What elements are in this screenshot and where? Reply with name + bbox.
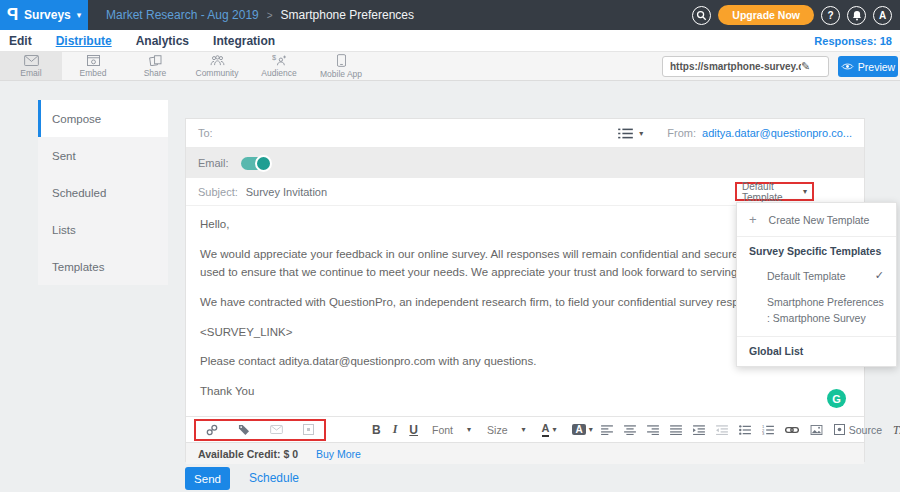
survey-nav: Edit Distribute Analytics Integration Re… — [0, 30, 900, 52]
font-caret-icon: ▾ — [467, 425, 471, 434]
subject-value[interactable]: Survey Invitation — [246, 186, 327, 198]
channel-tab-mobile-app[interactable]: Mobile App — [310, 52, 372, 80]
menu-item-default-template[interactable]: Default Template ✓ — [737, 263, 896, 289]
font-select[interactable]: Font ▾ — [432, 424, 471, 436]
breadcrumb-separator: > — [267, 10, 273, 21]
to-row: To: ▾ From: aditya.datar@questionpro.co.… — [186, 119, 864, 148]
product-name: Surveys — [24, 8, 71, 22]
size-select[interactable]: Size ▾ — [487, 424, 525, 436]
top-bar: P Surveys ▾ Market Research - Aug 2019 >… — [0, 0, 900, 30]
tab-integration[interactable]: Integration — [213, 34, 275, 48]
underline-button[interactable]: U — [409, 423, 418, 437]
unsubscribe-email-icon[interactable] — [270, 425, 283, 434]
email-toggle-switch[interactable] — [241, 157, 271, 170]
channel-tab-share[interactable]: Share — [124, 52, 186, 80]
check-icon: ✓ — [875, 269, 884, 282]
align-right-icon[interactable] — [647, 425, 659, 435]
tab-edit[interactable]: Edit — [9, 34, 32, 48]
italic-button[interactable]: I — [393, 422, 398, 437]
bell-icon — [852, 10, 862, 21]
size-caret-icon: ▾ — [521, 425, 525, 434]
mobile-icon — [337, 54, 346, 67]
sidebar-item-sent[interactable]: Sent — [38, 137, 168, 174]
email-toggle-label: Email: — [198, 157, 229, 169]
eye-icon — [841, 62, 854, 71]
breadcrumb: Market Research - Aug 2019 > Smartphone … — [106, 8, 414, 22]
community-icon — [210, 55, 225, 66]
merge-tag-icon[interactable] — [238, 424, 250, 435]
surveys-menu[interactable]: P Surveys ▾ — [0, 0, 88, 30]
source-icon — [834, 424, 845, 435]
channel-tab-embed[interactable]: Embed — [62, 52, 124, 80]
search-icon — [696, 10, 707, 21]
hyperlink-icon[interactable] — [785, 426, 799, 434]
numbered-list-icon[interactable]: 123 — [762, 425, 774, 435]
embed-survey-icon[interactable] — [303, 424, 314, 435]
sidebar-item-scheduled[interactable]: Scheduled — [38, 174, 168, 211]
svg-text:$: $ — [272, 54, 276, 62]
upgrade-now-button[interactable]: Upgrade Now — [718, 5, 814, 25]
channel-tab-email[interactable]: Email — [0, 52, 62, 80]
indent-icon[interactable] — [693, 425, 705, 435]
menu-section-survey-specific: Survey Specific Templates — [737, 237, 896, 263]
body-paragraph: Thank You — [200, 383, 850, 400]
align-left-icon[interactable] — [601, 425, 613, 435]
audience-icon: $ — [272, 54, 287, 66]
list-caret-icon[interactable]: ▾ — [639, 129, 643, 138]
source-button[interactable]: Source — [834, 424, 882, 436]
channel-tab-audience[interactable]: $ Audience — [248, 52, 310, 80]
from-email-value[interactable]: aditya.datar@questionpro.co... — [702, 127, 852, 139]
toggle-knob — [255, 155, 272, 172]
grammarly-icon[interactable]: G — [827, 389, 846, 408]
bg-color-button[interactable]: A ▾ — [572, 424, 592, 435]
survey-url-field: ✎ — [662, 56, 829, 77]
insert-link-icon[interactable] — [206, 424, 218, 436]
svg-text:3: 3 — [762, 431, 765, 435]
sidebar-item-templates[interactable]: Templates — [38, 248, 168, 285]
menu-item-create-new-template[interactable]: + Create New Template — [737, 203, 896, 237]
buy-more-link[interactable]: Buy More — [316, 448, 361, 460]
remove-format-button[interactable]: Tx — [893, 424, 900, 436]
send-button[interactable]: Send — [185, 467, 230, 490]
from-label: From: — [667, 127, 696, 139]
sidebar-item-compose[interactable]: Compose — [38, 100, 168, 137]
contact-list-icon[interactable] — [618, 128, 633, 139]
help-button[interactable]: ? — [821, 6, 840, 25]
justify-icon[interactable] — [670, 425, 682, 435]
text-color-button[interactable]: A ▾ — [542, 422, 557, 436]
responses-count[interactable]: Responses: 18 — [814, 35, 892, 47]
bold-button[interactable]: B — [372, 423, 381, 437]
schedule-link[interactable]: Schedule — [249, 471, 299, 485]
merge-tools-group-highlight — [194, 419, 326, 441]
notifications-button[interactable] — [847, 6, 866, 25]
edit-url-icon[interactable]: ✎ — [801, 60, 810, 73]
survey-url-input[interactable] — [663, 61, 801, 72]
email-sidebar: Compose Sent Scheduled Lists Templates — [38, 100, 168, 285]
avatar-initial: A — [879, 10, 886, 21]
breadcrumb-folder[interactable]: Market Research - Aug 2019 — [106, 8, 259, 22]
select-caret-icon: ▾ — [803, 187, 807, 196]
text-color-caret-icon: ▾ — [552, 425, 556, 434]
editor-toolbar: B I U Font ▾ Size ▾ A ▾ A ▾ — [186, 416, 864, 442]
envelope-icon — [24, 55, 39, 66]
channel-tab-community[interactable]: Community — [186, 52, 248, 80]
subject-label: Subject: — [198, 186, 238, 198]
avatar[interactable]: A — [873, 6, 892, 25]
embed-icon — [87, 55, 100, 66]
insert-image-icon[interactable] — [810, 425, 823, 435]
template-select[interactable]: Default Template ▾ — [735, 182, 814, 201]
share-icon — [149, 55, 162, 66]
tab-analytics[interactable]: Analytics — [136, 34, 189, 48]
plus-icon: + — [749, 212, 757, 227]
bullet-list-icon[interactable] — [739, 425, 751, 435]
preview-button[interactable]: Preview — [838, 56, 898, 77]
channel-toolbar: Email Embed Share Community $ Audience M… — [0, 52, 900, 81]
align-center-icon[interactable] — [624, 425, 636, 435]
menu-section-global-list[interactable]: Global List — [737, 337, 896, 366]
tab-distribute[interactable]: Distribute — [56, 34, 112, 48]
search-button[interactable] — [692, 6, 711, 25]
outdent-icon[interactable] — [716, 425, 728, 435]
questionpro-distribute-page: P Surveys ▾ Market Research - Aug 2019 >… — [0, 0, 900, 492]
menu-item-smartphone-preferences[interactable]: Smartphone Preferences : Smartphone Surv… — [737, 289, 896, 337]
sidebar-item-lists[interactable]: Lists — [38, 211, 168, 248]
